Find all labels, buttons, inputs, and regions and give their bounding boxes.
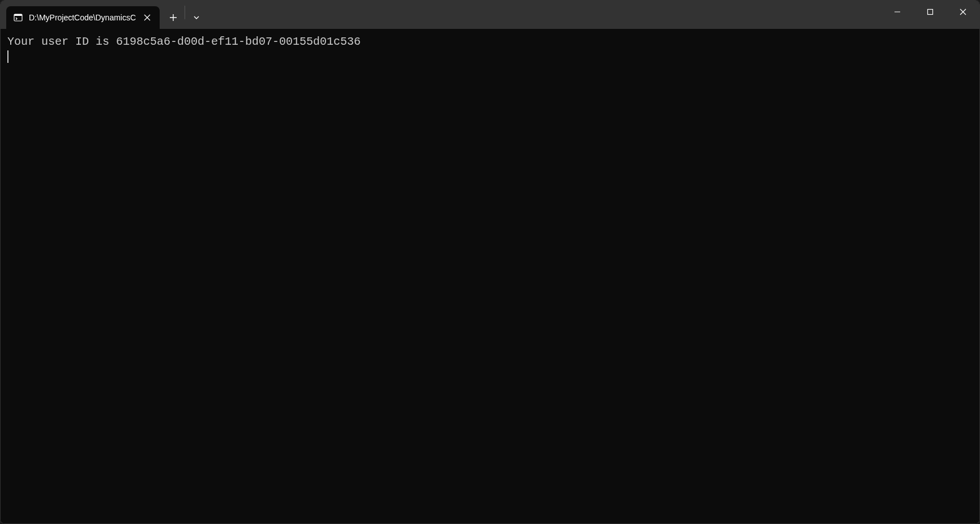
terminal-content[interactable]: Your user ID is 6198c5a6-d00d-ef11-bd07-…: [1, 29, 979, 523]
tab-dropdown-button[interactable]: [185, 6, 208, 29]
tabs-region: D:\MyProjectCode\DynamicsC: [1, 1, 208, 29]
output-line: Your user ID is 6198c5a6-d00d-ef11-bd07-…: [7, 35, 361, 48]
text-cursor: [7, 50, 8, 63]
svg-rect-1: [14, 14, 22, 16]
tab-active[interactable]: D:\MyProjectCode\DynamicsC: [6, 6, 160, 29]
svg-rect-7: [928, 10, 933, 15]
minimize-button[interactable]: [881, 1, 914, 23]
new-tab-button[interactable]: [162, 6, 185, 29]
window-controls: [881, 1, 979, 29]
titlebar[interactable]: D:\MyProjectCode\DynamicsC: [1, 1, 979, 29]
terminal-icon: [13, 12, 23, 23]
maximize-button[interactable]: [914, 1, 947, 23]
terminal-window: D:\MyProjectCode\DynamicsC: [0, 0, 980, 524]
tab-close-button[interactable]: [142, 12, 153, 23]
tab-title: D:\MyProjectCode\DynamicsC: [29, 13, 136, 22]
close-window-button[interactable]: [947, 1, 979, 23]
